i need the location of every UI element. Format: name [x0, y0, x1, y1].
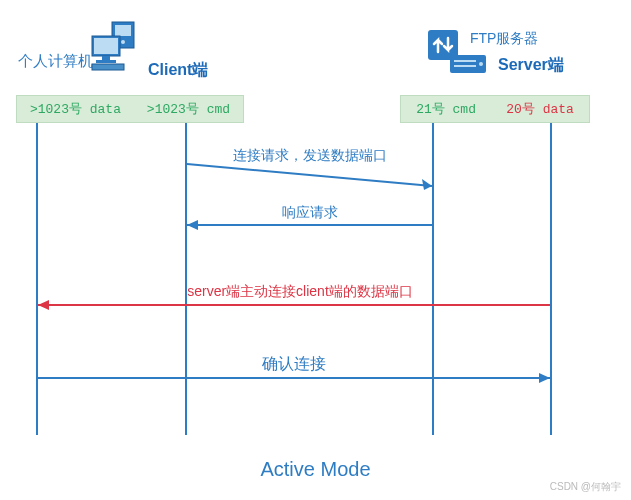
client-cmd-port: >1023号 cmd — [147, 100, 230, 118]
server-cmd-port: 21号 cmd — [416, 100, 476, 118]
server-label-en: Server端 — [498, 55, 564, 76]
svg-rect-5 — [102, 56, 110, 60]
svg-rect-11 — [454, 65, 476, 67]
client-label-cn: 个人计算机 — [18, 52, 93, 71]
client-ports-box: >1023号 data >1023号 cmd — [16, 95, 244, 123]
svg-line-13 — [187, 164, 432, 186]
svg-rect-1 — [115, 25, 131, 36]
server-ports-box: 21号 cmd 20号 data — [400, 95, 590, 123]
arrow-server-connect — [36, 300, 552, 310]
svg-point-12 — [479, 62, 483, 66]
server-data-port: 20号 data — [506, 100, 574, 118]
msg-server-connect: server端主动连接client端的数据端口 — [130, 283, 470, 301]
arrow-connect-request — [185, 162, 434, 192]
client-label-en: Client端 — [148, 60, 208, 81]
server-icon — [450, 55, 486, 79]
svg-rect-6 — [96, 60, 116, 63]
watermark: CSDN @何翰宇 — [550, 480, 621, 494]
server-label-ftp: FTP服务器 — [470, 30, 538, 48]
svg-marker-18 — [38, 300, 49, 310]
msg-connect-request: 连接请求，发送数据端口 — [190, 147, 430, 165]
svg-rect-4 — [94, 38, 118, 54]
lifeline-client-data — [36, 123, 38, 435]
header: 个人计算机 Client端 FTP服务器 Server端 — [0, 10, 631, 85]
svg-rect-10 — [454, 60, 476, 62]
svg-rect-7 — [92, 64, 124, 70]
lifeline-server-data — [550, 123, 552, 435]
svg-marker-14 — [422, 179, 432, 190]
svg-point-2 — [121, 40, 125, 44]
msg-response: 响应请求 — [190, 204, 430, 222]
lifeline-server-cmd — [432, 123, 434, 435]
footer-title: Active Mode — [0, 458, 631, 481]
client-data-port: >1023号 data — [30, 100, 121, 118]
msg-confirm: 确认连接 — [36, 354, 552, 375]
computer-icon — [90, 20, 138, 68]
lifeline-client-cmd — [185, 123, 187, 435]
